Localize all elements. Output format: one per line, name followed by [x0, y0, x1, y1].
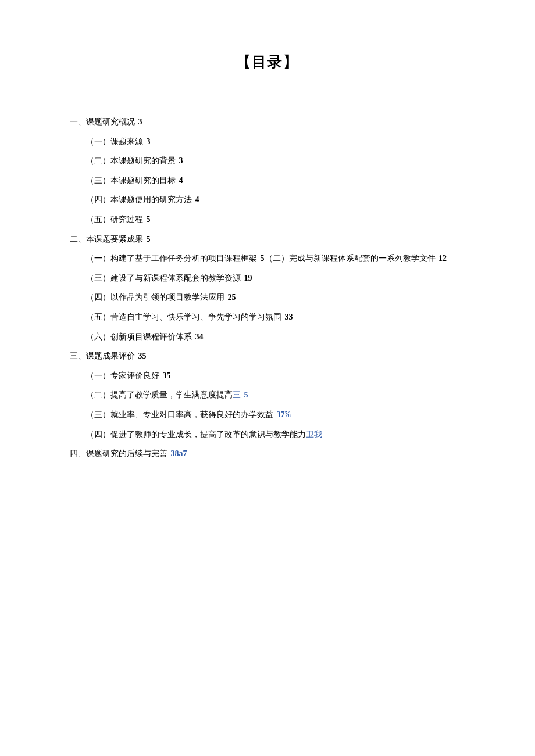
toc-page: 25 — [228, 293, 236, 302]
toc-text: （四）促进了教师的专业成长，提高了改革的意识与教学能力 — [86, 430, 306, 439]
toc-text: （四）以作品为引领的项目教学法应用 — [86, 293, 227, 302]
toc-page: 5 — [244, 390, 248, 399]
toc-text: 四、课题研究的后续与完善 — [70, 449, 170, 458]
toc-blue-text: 卫我 — [306, 430, 322, 439]
toc-entry: 二、本课题要紧成果 5 — [70, 230, 465, 249]
toc-page: 34 — [195, 332, 204, 341]
toc-page: 35 — [138, 352, 147, 360]
toc-text: （六）创新项目课程评价体系 — [86, 332, 194, 341]
toc-page: 5 — [261, 254, 265, 263]
toc-page: 4 — [195, 195, 199, 204]
toc-text: （二）提高了教学质量，学生满意度提高 — [86, 390, 233, 399]
toc-page: 5 — [147, 235, 151, 243]
toc-text: （一）构建了基于工作任务分析的项目课程框架 — [86, 254, 259, 263]
toc-text: （五）研究过程 — [86, 215, 145, 224]
toc-entry: （三）本课题研究的目标 4 — [70, 171, 465, 191]
toc-text: （二）完成与新课程体系配套的一系列教学文件 — [265, 254, 438, 263]
toc-text: （二）本课题研究的背景 — [86, 156, 178, 165]
toc-text: 二、本课题要紧成果 — [70, 235, 145, 243]
toc-text: （三）建设了与新课程体系配套的教学资源 — [86, 274, 243, 282]
toc-text: （三）就业率、专业对口率高，获得良好的办学效益 — [86, 410, 276, 419]
toc-blue-text: 三 — [233, 390, 243, 399]
toc-entry: （二）本课题研究的背景 3 — [70, 151, 465, 171]
toc-text: （一）专家评价良好 — [86, 371, 162, 380]
toc-text: 一、课题研究概况 — [70, 117, 137, 126]
toc-page: 3 — [138, 117, 142, 126]
toc-entry: （五）营造自主学习、快乐学习、争先学习的学习氛围 33 — [70, 307, 465, 327]
toc-page: 4 — [179, 176, 183, 185]
toc-entry: （一）专家评价良好 35 — [70, 366, 465, 386]
toc-text: 三、课题成果评价 — [70, 352, 137, 360]
toc-entry: （六）创新项目课程评价体系 34 — [70, 327, 465, 347]
toc-entry: 三、课题成果评价 35 — [70, 346, 465, 366]
toc-page: 33 — [285, 313, 293, 321]
toc-page: 38a7 — [171, 449, 187, 458]
toc-entry: （一）构建了基于工作任务分析的项目课程框架 5（二）完成与新课程体系配套的一系列… — [70, 249, 465, 268]
toc-page: 5 — [147, 215, 151, 224]
toc-page: 35 — [163, 371, 171, 380]
toc-entry: 四、课题研究的后续与完善 38a7 — [70, 444, 465, 464]
toc-text: （四）本课题使用的研究方法 — [86, 195, 194, 204]
toc-page: 12 — [438, 254, 447, 263]
toc-entry: （四）本课题使用的研究方法 4 — [70, 190, 465, 210]
toc-entry: （四）促进了教师的专业成长，提高了改革的意识与教学能力卫我 — [70, 425, 465, 445]
toc-entry: （四）以作品为引领的项目教学法应用 25 — [70, 288, 465, 307]
toc-text: （一）课题来源 — [86, 137, 145, 146]
toc-entry: （五）研究过程 5 — [70, 210, 465, 230]
toc-entry: 一、课题研究概况 3 — [70, 112, 465, 132]
toc-entry: （三）就业率、专业对口率高，获得良好的办学效益 37⅞ — [70, 405, 465, 425]
toc-page: 19 — [244, 274, 252, 282]
toc-entry: （二）提高了教学质量，学生满意度提高三 5 — [70, 385, 465, 405]
table-of-contents: 一、课题研究概况 3 （一）课题来源 3 （二）本课题研究的背景 3 （三）本课… — [70, 112, 465, 464]
page-title: 【目录】 — [70, 52, 465, 71]
toc-page: 37⅞ — [277, 410, 291, 419]
toc-page: 3 — [179, 156, 183, 165]
toc-entry: （一）课题来源 3 — [70, 132, 465, 152]
toc-text: （五）营造自主学习、快乐学习、争先学习的学习氛围 — [86, 313, 284, 321]
toc-page: 3 — [147, 137, 151, 146]
toc-entry: （三）建设了与新课程体系配套的教学资源 19 — [70, 268, 465, 288]
toc-text: （三）本课题研究的目标 — [86, 176, 178, 185]
